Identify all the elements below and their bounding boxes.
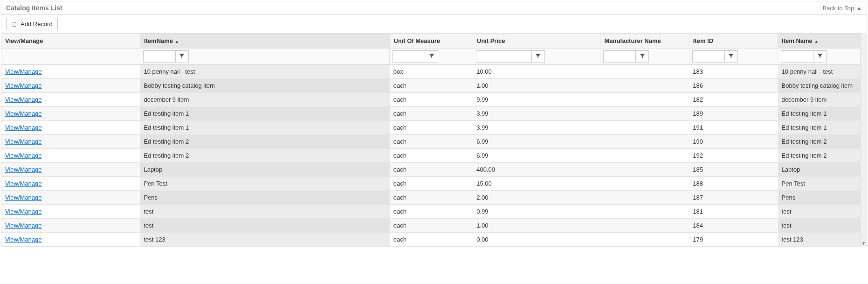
cell-item-name: Ed testing item 2 xyxy=(140,149,389,163)
column-header-label: Manufacturer Name xyxy=(604,37,661,44)
view-manage-link[interactable]: View/Manage xyxy=(5,222,42,229)
cell-item-id: 188 xyxy=(689,177,778,191)
back-to-top-link[interactable]: Back to Top ▲ xyxy=(822,5,862,12)
cell-uom: each xyxy=(390,79,473,93)
column-header-5[interactable]: Item ID xyxy=(689,34,778,48)
cell-item-id: 182 xyxy=(689,93,778,107)
table-row: View/ManageLaptopeach400.00185Laptop xyxy=(1,163,867,177)
cell-uom: each xyxy=(390,93,473,107)
view-manage-link[interactable]: View/Manage xyxy=(5,152,42,159)
cell-item-name-2: december 9 item xyxy=(778,93,867,107)
cell-item-name: Pens xyxy=(140,191,389,205)
column-header-3[interactable]: Unit Price xyxy=(473,34,600,48)
view-manage-link[interactable]: View/Manage xyxy=(5,96,42,103)
cell-uom: each xyxy=(390,163,473,177)
view-manage-link[interactable]: View/Manage xyxy=(5,236,42,243)
column-header-1[interactable]: ItemName▲ xyxy=(140,34,389,48)
filter-button-4[interactable] xyxy=(636,50,649,62)
cell-manufacturer xyxy=(600,121,689,135)
cell-item-name: test 123 xyxy=(140,233,389,247)
cell-unit-price: 6.99 xyxy=(473,135,600,149)
cell-item-name-2: Bobby testing catalog item xyxy=(778,79,867,93)
header-row: View/ManageItemName▲Unit Of MeasureUnit … xyxy=(1,34,867,48)
cell-item-name-2: Pen Test xyxy=(778,177,867,191)
cell-item-name: Laptop xyxy=(140,163,389,177)
cell-unit-price: 15.00 xyxy=(473,177,600,191)
cell-uom: each xyxy=(390,121,473,135)
filter-icon xyxy=(728,53,734,60)
cell-action: View/Manage xyxy=(1,93,140,107)
grid-body: View/Manage10 penny nail - testbox10.001… xyxy=(1,65,867,247)
table-row: View/Managetest 123each0.00179test 123 xyxy=(1,233,867,247)
cell-item-name-2: Ed testing item 2 xyxy=(778,149,867,163)
cell-uom: each xyxy=(390,135,473,149)
filter-input-6[interactable] xyxy=(781,50,813,62)
cell-uom: each xyxy=(390,205,473,219)
cell-item-id: 187 xyxy=(689,191,778,205)
vertical-scrollbar[interactable]: ▼ xyxy=(860,33,867,247)
cell-item-name-2: test xyxy=(778,219,867,233)
arrow-up-icon: ▲ xyxy=(856,5,862,12)
filter-button-3[interactable] xyxy=(532,50,545,62)
cell-action: View/Manage xyxy=(1,219,140,233)
cell-action: View/Manage xyxy=(1,205,140,219)
column-header-4[interactable]: Manufacturer Name xyxy=(600,34,689,48)
cell-item-name-2: Ed testing item 2 xyxy=(778,135,867,149)
catalog-panel: Catalog Items List Back to Top ▲ 🗎 Add R… xyxy=(1,1,867,247)
cell-item-id: 186 xyxy=(689,79,778,93)
filter-icon xyxy=(535,53,541,60)
column-header-2[interactable]: Unit Of Measure xyxy=(390,34,473,48)
table-row: View/Managetesteach1.00184test xyxy=(1,219,867,233)
cell-item-name: 10 penny nail - test xyxy=(140,65,389,79)
cell-item-id: 184 xyxy=(689,219,778,233)
cell-item-id: 191 xyxy=(689,121,778,135)
filter-cell-0 xyxy=(1,48,140,65)
cell-unit-price: 0.99 xyxy=(473,205,600,219)
cell-manufacturer xyxy=(600,177,689,191)
grid-wrap: View/ManageItemName▲Unit Of MeasureUnit … xyxy=(1,33,867,247)
view-manage-link[interactable]: View/Manage xyxy=(5,166,42,173)
column-header-0[interactable]: View/Manage xyxy=(1,34,140,48)
cell-manufacturer xyxy=(600,93,689,107)
view-manage-link[interactable]: View/Manage xyxy=(5,110,42,117)
view-manage-link[interactable]: View/Manage xyxy=(5,180,42,187)
filter-input-3[interactable] xyxy=(476,50,532,62)
cell-item-name-2: test 123 xyxy=(778,233,867,247)
cell-uom: each xyxy=(390,233,473,247)
filter-input-5[interactable] xyxy=(692,50,725,62)
table-row: View/ManagePenseach2.00187Pens xyxy=(1,191,867,205)
filter-cell-3 xyxy=(473,48,600,65)
filter-button-1[interactable] xyxy=(176,50,189,62)
cell-action: View/Manage xyxy=(1,107,140,121)
cell-item-name: Ed testing item 2 xyxy=(140,135,389,149)
filter-cell-4 xyxy=(600,48,689,65)
filter-button-2[interactable] xyxy=(425,50,438,62)
cell-manufacturer xyxy=(600,79,689,93)
view-manage-link[interactable]: View/Manage xyxy=(5,68,42,75)
back-to-top-label: Back to Top xyxy=(822,5,854,12)
filter-input-2[interactable] xyxy=(393,50,425,62)
filter-input-1[interactable] xyxy=(143,50,176,62)
table-row: View/ManageEd testing item 1each3.99189E… xyxy=(1,107,867,121)
filter-button-5[interactable] xyxy=(725,50,738,62)
cell-item-name: Ed testing item 1 xyxy=(140,107,389,121)
filter-button-6[interactable] xyxy=(813,50,827,62)
cell-action: View/Manage xyxy=(1,135,140,149)
view-manage-link[interactable]: View/Manage xyxy=(5,82,42,89)
view-manage-link[interactable]: View/Manage xyxy=(5,124,42,131)
filter-icon xyxy=(429,53,434,60)
cell-manufacturer xyxy=(600,219,689,233)
add-record-button[interactable]: 🗎 Add Record xyxy=(6,18,58,30)
filter-input-4[interactable] xyxy=(603,50,636,62)
view-manage-link[interactable]: View/Manage xyxy=(5,194,42,201)
sort-asc-icon: ▲ xyxy=(814,39,819,44)
cell-unit-price: 3.99 xyxy=(473,107,600,121)
view-manage-link[interactable]: View/Manage xyxy=(5,138,42,145)
filter-cell-5 xyxy=(689,48,778,65)
view-manage-link[interactable]: View/Manage xyxy=(5,208,42,215)
cell-item-id: 181 xyxy=(689,205,778,219)
cell-item-name: Pen Test xyxy=(140,177,389,191)
cell-item-name: test xyxy=(140,205,389,219)
table-row: View/ManageEd testing item 1each3.99191E… xyxy=(1,121,867,135)
column-header-6[interactable]: Item Name▲ xyxy=(778,34,867,48)
